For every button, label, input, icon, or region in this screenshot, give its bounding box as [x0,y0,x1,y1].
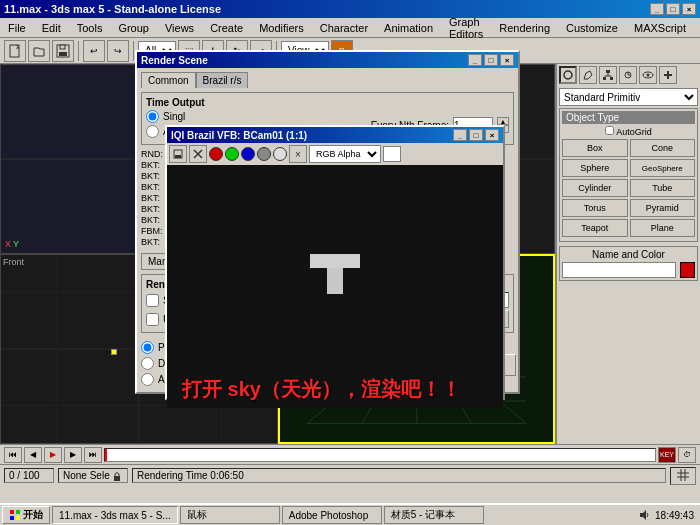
object-name-input[interactable] [562,262,676,278]
production-radio[interactable] [141,341,154,354]
time-config-btn[interactable]: ⏱ [678,447,696,463]
svg-rect-25 [610,77,613,80]
svg-rect-42 [10,516,14,520]
vfb-close[interactable]: × [485,129,499,141]
panel-modify-btn[interactable] [579,66,597,84]
cylinder-button[interactable]: Cylinder [562,179,628,197]
menu-views[interactable]: Views [161,20,198,36]
torus-button[interactable]: Torus [562,199,628,217]
vfb-green-dot[interactable] [225,147,239,161]
menu-character[interactable]: Character [316,20,372,36]
tube-button[interactable]: Tube [630,179,696,197]
menu-animation[interactable]: Animation [380,20,437,36]
render-tab-common[interactable]: Common [141,72,196,88]
status-bar: 0 / 100 None Sele Rendering Time 0:06:50 [0,464,700,486]
anim-mode-btn[interactable]: KEY [658,447,676,463]
title-bar: 11.max - 3ds max 5 - Stand-alone License… [0,0,700,18]
windows-icon [9,509,21,521]
vfb-red-dot[interactable] [209,147,223,161]
render-tab-brazil[interactable]: Brazil r/s [196,72,249,88]
menu-maxscript[interactable]: MAXScript [630,20,690,36]
menu-tools[interactable]: Tools [73,20,107,36]
render-dialog-minimize[interactable]: _ [468,54,482,66]
sphere-button[interactable]: Sphere [562,159,628,177]
go-start-btn[interactable]: ⏮ [4,447,22,463]
minimize-button[interactable]: _ [650,3,664,15]
use-checkbox[interactable] [146,313,159,326]
toolbar-new[interactable] [4,40,26,62]
toolbar-undo[interactable]: ↩ [83,40,105,62]
toolbar-redo[interactable]: ↪ [107,40,129,62]
taskbar-notepad[interactable]: 材质5 - 记事本 [384,506,484,524]
animation-bar: ⏮ ◀ ▶ ▶ ⏭ KEY ⏱ [0,444,700,464]
prev-frame-btn[interactable]: ◀ [24,447,42,463]
right-panel: Standard Primitiv Object Type AutoGrid B… [555,64,700,444]
menu-file[interactable]: File [4,20,30,36]
cone-button[interactable]: Cone [630,139,696,157]
next-frame-btn[interactable]: ▶ [64,447,82,463]
vfb-white-dot[interactable] [273,147,287,161]
vfb-x-btn[interactable]: × [289,145,307,163]
taskbar-mouse[interactable]: 鼠标 [180,506,280,524]
toolbar-open[interactable] [28,40,50,62]
panel-hierarchy-btn[interactable] [599,66,617,84]
spinner-up[interactable]: ▲ [497,117,509,125]
close-button[interactable]: × [682,3,696,15]
menu-graph-editors[interactable]: Graph Editors [445,14,487,42]
render-dialog-maximize[interactable]: □ [484,54,498,66]
vfb-channel-dropdown[interactable]: RGB Alpha [309,145,381,163]
vfb-clear-btn[interactable] [189,145,207,163]
draft-radio[interactable] [141,357,154,370]
menu-customize[interactable]: Customize [562,20,622,36]
single-radio[interactable] [146,110,159,123]
standard-primitives-dropdown[interactable]: Standard Primitiv [559,88,698,106]
autogrid-checkbox[interactable] [605,126,614,135]
app-title: 11.max - 3ds max 5 - Stand-alone License [4,3,221,15]
svg-rect-2 [59,52,67,56]
box-cone-row: Box Cone [562,139,695,157]
play-btn[interactable]: ▶ [44,447,62,463]
menu-modifiers[interactable]: Modifiers [255,20,308,36]
name-color-title: Name and Color [562,249,695,260]
active-shade-radio[interactable] [141,373,154,386]
vfb-blue-dot[interactable] [241,147,255,161]
start-button[interactable]: 开始 [2,506,50,524]
vfb-window: IQI Brazil VFB: BCam01 (1:1) _ □ × × [165,125,505,400]
vfb-white-swatch[interactable] [383,146,401,162]
t-stem [327,268,343,294]
teapot-button[interactable]: Teapot [562,219,628,237]
svg-rect-3 [60,45,65,49]
single-radio-row: Singl [146,110,261,123]
panel-motion-btn[interactable] [619,66,637,84]
panel-utilities-btn[interactable] [659,66,677,84]
render-dialog-close[interactable]: × [500,54,514,66]
vfb-canvas: 打开 sky（天光），渲染吧！！ [167,165,503,408]
grid-status[interactable] [670,467,696,485]
panel-display-btn[interactable] [639,66,657,84]
svg-rect-34 [667,71,669,79]
vfb-gray-dot[interactable] [257,147,271,161]
timeline-slider[interactable] [104,448,656,462]
save-checkbox[interactable] [146,294,159,307]
menu-group[interactable]: Group [114,20,153,36]
geosphere-button[interactable]: GeoSphere [630,159,696,177]
toolbar-save[interactable] [52,40,74,62]
maximize-button[interactable]: □ [666,3,680,15]
svg-rect-46 [175,155,181,158]
vfb-minimize[interactable]: _ [453,129,467,141]
vfb-save-btn[interactable] [169,145,187,163]
vfb-maximize[interactable]: □ [469,129,483,141]
taskbar-3dsmax[interactable]: 11.max - 3ds max 5 - S... [52,506,178,524]
menu-edit[interactable]: Edit [38,20,65,36]
box-button[interactable]: Box [562,139,628,157]
taskbar-photoshop[interactable]: Adobe Photoshop [282,506,382,524]
color-swatch[interactable] [680,262,695,278]
plane-button[interactable]: Plane [630,219,696,237]
active-time-radio[interactable] [146,125,159,138]
menu-rendering[interactable]: Rendering [495,20,554,36]
pyramid-button[interactable]: Pyramid [630,199,696,217]
selection-status: None Sele [58,468,128,483]
go-end-btn[interactable]: ⏭ [84,447,102,463]
panel-create-btn[interactable] [559,66,577,84]
menu-create[interactable]: Create [206,20,247,36]
